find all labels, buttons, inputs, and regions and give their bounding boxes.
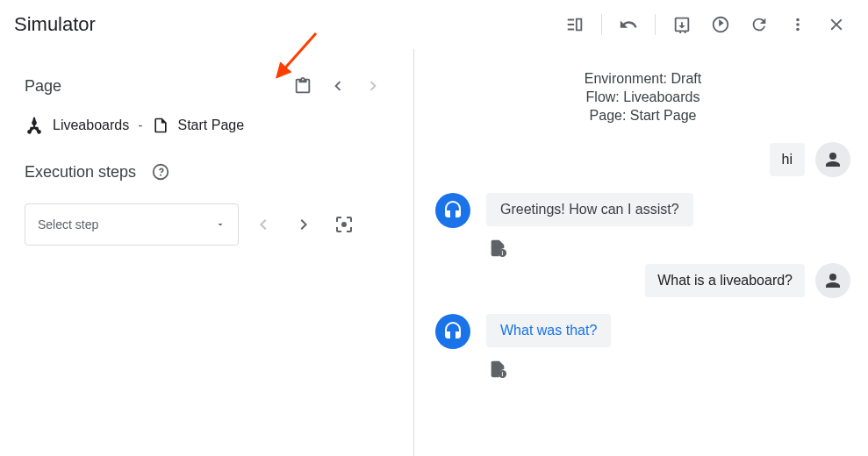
- breadcrumb-flow: Liveaboards: [53, 118, 129, 133]
- user-message-bubble[interactable]: hi: [770, 143, 805, 176]
- divider: [601, 14, 602, 35]
- flow-icon: [25, 116, 44, 135]
- header: Simulator: [0, 0, 868, 49]
- bot-message-row: What was that? i: [435, 314, 850, 379]
- svg-text:i: i: [502, 372, 504, 378]
- user-message-row: hi: [435, 142, 850, 177]
- center-focus-icon: [334, 214, 355, 235]
- chevron-right-icon: [363, 76, 383, 96]
- clipboard-button[interactable]: [287, 70, 319, 102]
- play-button[interactable]: [703, 7, 738, 42]
- execution-steps-label: Execution steps: [25, 163, 136, 182]
- breadcrumb-page: Start Page: [178, 118, 245, 133]
- chevron-left-icon: [253, 214, 274, 235]
- help-icon: [151, 162, 170, 182]
- play-circle-icon: [711, 15, 730, 34]
- response-detail-button[interactable]: i: [486, 360, 611, 379]
- bot-message-bubble[interactable]: What was that?: [486, 314, 611, 347]
- clipboard-icon: [293, 76, 312, 96]
- left-panel: Page Liveaboards - Start Page Execution: [0, 49, 414, 456]
- response-detail-button[interactable]: i: [486, 239, 693, 258]
- conversation-meta: Environment: Draft Flow: Liveaboards Pag…: [435, 70, 850, 125]
- file-info-icon: i: [488, 360, 507, 379]
- chat-panel: Environment: Draft Flow: Liveaboards Pag…: [414, 49, 868, 456]
- user-avatar: [815, 263, 850, 298]
- svg-text:i: i: [502, 251, 504, 257]
- chevron-left-icon: [328, 76, 348, 96]
- breadcrumb: Liveaboards - Start Page: [25, 116, 389, 135]
- bot-message-row: Greetings! How can I assist? i: [435, 193, 850, 258]
- person-icon: [822, 149, 843, 170]
- page-title: Simulator: [14, 13, 557, 36]
- reset-button[interactable]: [742, 7, 777, 42]
- close-icon: [827, 15, 846, 34]
- undo-button[interactable]: [611, 7, 646, 42]
- refresh-icon: [750, 15, 769, 34]
- header-actions: [557, 7, 854, 42]
- headset-icon: [442, 321, 463, 342]
- panel-toggle-button[interactable]: [557, 7, 592, 42]
- bot-avatar: [435, 314, 470, 349]
- save-replay-button[interactable]: [664, 7, 699, 42]
- panel-toggle-icon: [565, 15, 585, 34]
- undo-icon: [619, 15, 638, 34]
- breadcrumb-separator: -: [138, 118, 142, 133]
- step-select[interactable]: Select step: [25, 203, 239, 246]
- divider: [655, 14, 656, 35]
- step-prev-button[interactable]: [247, 209, 279, 240]
- step-select-placeholder: Select step: [38, 217, 98, 232]
- page-prev-button[interactable]: [322, 70, 354, 102]
- page-section-label: Page: [25, 77, 61, 96]
- svg-point-1: [32, 120, 37, 125]
- more-vert-icon: [788, 15, 807, 34]
- help-button[interactable]: [145, 156, 176, 188]
- focus-button[interactable]: [328, 209, 360, 240]
- page-icon: [152, 117, 169, 134]
- save-download-icon: [672, 15, 692, 34]
- more-menu-button[interactable]: [780, 7, 815, 42]
- user-message-row: What is a liveaboard?: [435, 263, 850, 298]
- chat-log: hi Greetings! How can I assist? i What i…: [435, 137, 850, 456]
- close-button[interactable]: [819, 7, 854, 42]
- headset-icon: [442, 200, 463, 221]
- chevron-right-icon: [293, 214, 314, 235]
- bot-message-bubble[interactable]: Greetings! How can I assist?: [486, 193, 693, 226]
- step-next-button[interactable]: [288, 209, 319, 240]
- bot-avatar: [435, 193, 470, 228]
- dropdown-caret-icon: [215, 219, 226, 230]
- person-icon: [822, 270, 843, 291]
- user-avatar: [815, 142, 850, 177]
- user-message-bubble[interactable]: What is a liveaboard?: [645, 264, 805, 297]
- page-next-button[interactable]: [357, 70, 389, 102]
- file-info-icon: i: [488, 239, 507, 258]
